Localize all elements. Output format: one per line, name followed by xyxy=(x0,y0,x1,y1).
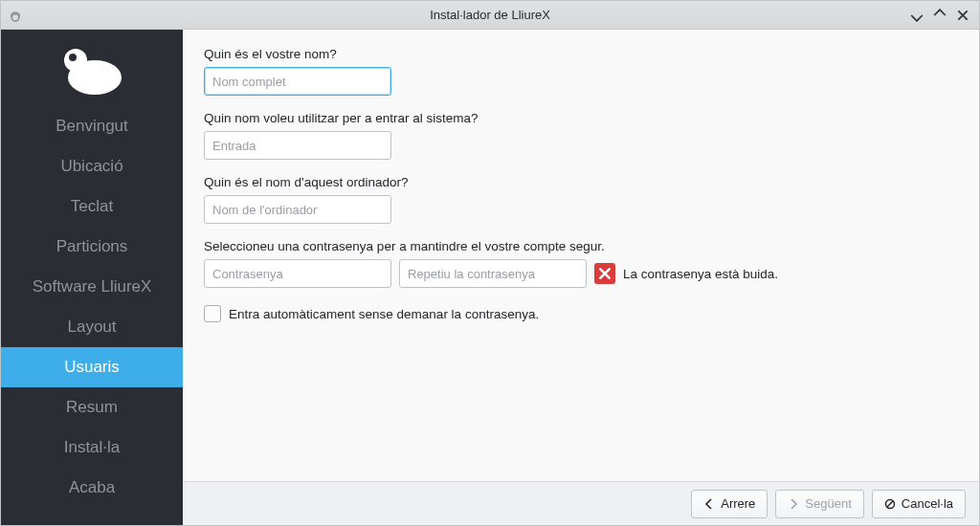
chevron-left-icon xyxy=(703,498,715,510)
sidebar-item-particions[interactable]: Particions xyxy=(1,227,183,267)
svg-point-2 xyxy=(64,49,87,72)
autologin-label: Entra automàticament sense demanar la co… xyxy=(229,307,539,321)
back-button[interactable]: Arrere xyxy=(691,490,768,518)
window-controls xyxy=(910,9,979,22)
input-password[interactable] xyxy=(204,259,391,288)
sidebar-item-layout[interactable]: Layout xyxy=(1,307,183,347)
label-hostname: Quin és el nom d'aquest ordinador? xyxy=(204,175,958,189)
installer-window: Instal·lador de LliureX Benvingut Ubicac… xyxy=(0,0,980,526)
field-hostname: Quin és el nom d'aquest ordinador? xyxy=(204,175,958,224)
password-row: La contrasenya està buida. xyxy=(204,259,958,288)
sidebar-item-resum[interactable]: Resum xyxy=(1,387,183,427)
input-fullname[interactable] xyxy=(204,67,391,96)
close-icon[interactable] xyxy=(956,9,969,22)
chevron-right-icon xyxy=(788,498,799,510)
cancel-button[interactable]: Cancel·la xyxy=(872,490,966,518)
field-username: Quin nom voleu utilitzar per a entrar al… xyxy=(204,111,958,160)
field-fullname: Quin és el vostre nom? xyxy=(204,47,958,96)
sidebar-item-benvingut[interactable]: Benvingut xyxy=(1,106,183,146)
field-password: Seleccioneu una contrasenya per a mantin… xyxy=(204,239,958,288)
input-username[interactable] xyxy=(204,131,391,160)
cancel-icon xyxy=(884,498,896,510)
autologin-checkbox[interactable] xyxy=(204,305,221,322)
sidebar-item-teclat[interactable]: Teclat xyxy=(1,186,183,227)
sidebar: Benvingut Ubicació Teclat Particions Sof… xyxy=(1,30,183,525)
back-button-label: Arrere xyxy=(721,496,755,511)
svg-point-3 xyxy=(69,54,77,61)
error-text: La contrasenya està buida. xyxy=(623,267,778,281)
minimize-icon[interactable] xyxy=(910,9,924,22)
sidebar-nav: Benvingut Ubicació Teclat Particions Sof… xyxy=(1,106,183,508)
window-body: Benvingut Ubicació Teclat Particions Sof… xyxy=(1,30,979,525)
main-panel: Quin és el vostre nom? Quin nom voleu ut… xyxy=(183,30,979,525)
sidebar-item-software[interactable]: Software LliureX xyxy=(1,267,183,307)
footer-bar: Arrere Següent Cancel·la xyxy=(183,481,979,525)
maximize-icon[interactable] xyxy=(933,9,947,22)
cancel-button-label: Cancel·la xyxy=(902,496,953,511)
autologin-row: Entra automàticament sense demanar la co… xyxy=(204,305,958,322)
next-button-label: Següent xyxy=(805,496,851,511)
titlebar: Instal·lador de LliureX xyxy=(1,1,979,30)
input-hostname[interactable] xyxy=(204,195,391,224)
sidebar-item-installa[interactable]: Instal·la xyxy=(1,427,183,468)
label-username: Quin nom voleu utilitzar per a entrar al… xyxy=(204,111,958,125)
label-fullname: Quin és el vostre nom? xyxy=(204,47,958,61)
user-form: Quin és el vostre nom? Quin nom voleu ut… xyxy=(183,30,979,481)
sidebar-item-ubicacio[interactable]: Ubicació xyxy=(1,146,183,186)
error-icon xyxy=(594,263,615,284)
window-title: Instal·lador de LliureX xyxy=(1,8,979,22)
sidebar-item-usuaris[interactable]: Usuaris xyxy=(1,347,183,387)
sidebar-item-acaba[interactable]: Acaba xyxy=(1,468,183,508)
input-password-repeat[interactable] xyxy=(399,259,587,288)
distro-logo xyxy=(1,30,183,106)
label-password: Seleccioneu una contrasenya per a mantin… xyxy=(204,239,958,253)
next-button[interactable]: Següent xyxy=(775,490,863,518)
